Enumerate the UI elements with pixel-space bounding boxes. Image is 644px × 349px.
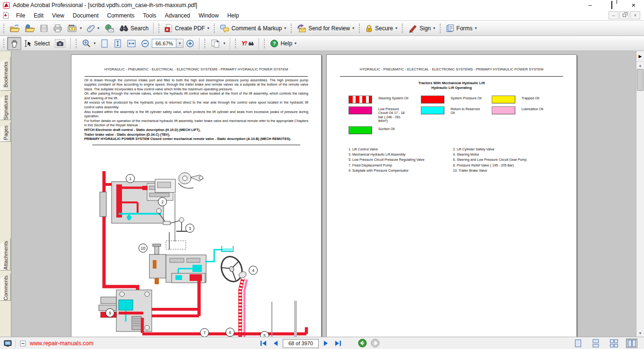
fit-page-button[interactable]: [111, 37, 124, 50]
toolbar-grip[interactable]: [359, 24, 360, 33]
tab-signatures-label: Signatures: [3, 93, 9, 120]
menu-item[interactable]: Window: [194, 11, 223, 20]
toolbar-grip[interactable]: [3, 24, 5, 33]
attach-file-button[interactable]: ▾: [84, 22, 102, 35]
send-for-review-button[interactable]: Send for Review ▾: [295, 22, 357, 35]
first-page-icon: [260, 340, 267, 347]
doc-minimize-button[interactable]: –: [609, 11, 618, 19]
single-page-layout-button[interactable]: [572, 339, 583, 348]
pdf-page-left[interactable]: HYDRAULIC - PNEUMATIC - ELECTRICAL - ELE…: [71, 54, 322, 337]
zoom-level-input[interactable]: 66.67%: [152, 39, 176, 48]
select-tool-button[interactable]: Select: [21, 37, 52, 50]
acrobat-app-icon: [3, 2, 10, 9]
secure-button[interactable]: Secure ▾: [363, 22, 400, 35]
toolbar-grip[interactable]: [291, 24, 292, 33]
open-button[interactable]: [7, 22, 22, 35]
comment-markup-dropdown-arrow[interactable]: ▾: [284, 26, 286, 30]
menu-item[interactable]: Document: [69, 11, 103, 20]
toolbar-grip[interactable]: [3, 39, 5, 48]
secure-label: Secure: [375, 25, 393, 32]
create-pdf-dropdown-arrow[interactable]: ▾: [207, 26, 209, 30]
select-label: Select: [34, 40, 50, 47]
toolbar-grip[interactable]: [264, 39, 265, 48]
parts-list-column-2: 2. Lift Cylinder Safety Valve4. Steering…: [453, 147, 562, 174]
toolbar-grip[interactable]: [76, 39, 77, 48]
toolbar-grip[interactable]: [235, 39, 236, 48]
attach-dropdown-arrow[interactable]: ▾: [97, 26, 99, 30]
doc-restore-button[interactable]: [619, 11, 629, 19]
hand-tool-button[interactable]: [7, 37, 21, 50]
page-number-field[interactable]: 68 of 3970: [283, 339, 319, 348]
open-web-page-button[interactable]: [22, 22, 37, 35]
expand-pane-arrow-button[interactable]: ▶: [636, 51, 644, 61]
menu-item[interactable]: Help: [223, 11, 244, 20]
continuous-layout-button[interactable]: [590, 339, 601, 348]
pdf-document-icon: [3, 12, 9, 19]
yahoo-search-button[interactable]: Y!: [239, 38, 256, 49]
tab-comments[interactable]: Comments: [0, 273, 11, 301]
status-left: www.repair-manuals.com: [4, 337, 94, 349]
next-view-button[interactable]: [371, 339, 380, 348]
previous-view-button[interactable]: [358, 339, 367, 348]
forms-button[interactable]: Forms ▾: [444, 22, 479, 35]
snapshot-tool-button[interactable]: [52, 37, 68, 50]
restore-button[interactable]: [608, 1, 616, 9]
print-button[interactable]: [51, 22, 65, 35]
organizer-button[interactable]: ▾: [65, 22, 84, 35]
legend-color-swatch: [421, 106, 444, 114]
last-page-button[interactable]: [333, 339, 343, 348]
previous-page-button[interactable]: [270, 339, 281, 348]
scrollbar-thumb[interactable]: [637, 69, 644, 91]
pdf-page-right[interactable]: HYDRAULIC - PNEUMATIC - ELECTRICAL - ELE…: [326, 54, 577, 337]
organizer-dropdown-arrow[interactable]: ▾: [80, 26, 82, 30]
secure-dropdown-arrow[interactable]: ▾: [395, 26, 397, 30]
zoom-tool-dropdown-arrow[interactable]: ▾: [94, 41, 96, 45]
fit-width-button[interactable]: [124, 37, 139, 50]
facing-layout-button[interactable]: [608, 339, 619, 348]
tab-attachments[interactable]: Attachments: [0, 238, 11, 270]
scroll-down-button[interactable]: ▼: [636, 329, 644, 337]
menu-item[interactable]: Comments: [103, 11, 139, 20]
sign-dropdown-arrow[interactable]: ▾: [433, 26, 435, 30]
close-button[interactable]: ×: [630, 1, 637, 9]
scrollbar-track[interactable]: [636, 91, 644, 329]
two-up-layout-button[interactable]: [626, 339, 637, 348]
sign-button[interactable]: Sign ▾: [406, 22, 437, 35]
next-page-button[interactable]: [321, 339, 331, 348]
tab-bookmarks[interactable]: Bookmarks: [0, 57, 11, 91]
scroll-up-button[interactable]: ▲: [636, 61, 644, 69]
menu-item[interactable]: Advanced: [161, 11, 194, 20]
menu-item[interactable]: View: [48, 11, 69, 20]
page-display-button[interactable]: ▾: [208, 37, 227, 50]
help-dropdown-arrow[interactable]: ▾: [295, 41, 296, 45]
first-page-button[interactable]: [258, 339, 269, 348]
toolbar-separator: [153, 23, 154, 34]
menu-item[interactable]: File: [12, 11, 29, 20]
email-button[interactable]: [102, 22, 117, 35]
create-pdf-button[interactable]: Create PDF ▾: [162, 22, 211, 35]
search-button[interactable]: Search: [117, 22, 151, 34]
zoom-in-button[interactable]: [183, 37, 197, 50]
toolbar-grip[interactable]: [440, 24, 441, 33]
menu-item[interactable]: Edit: [29, 11, 48, 20]
minimize-button[interactable]: –: [586, 1, 594, 9]
toolbar-grip[interactable]: [402, 24, 403, 33]
tab-pages-label: Pages: [3, 123, 9, 140]
comment-markup-button[interactable]: Comment & Markup ▾: [218, 22, 288, 35]
menu-item[interactable]: Tools: [139, 11, 161, 20]
send-review-dropdown-arrow[interactable]: ▾: [352, 26, 354, 30]
actual-size-button[interactable]: [98, 37, 111, 50]
tab-pages[interactable]: Pages: [0, 122, 11, 142]
forms-dropdown-arrow[interactable]: ▾: [475, 26, 477, 30]
toolbar-grip[interactable]: [214, 24, 215, 33]
doc-close-button[interactable]: ×: [630, 11, 640, 19]
toolbar-grip[interactable]: [204, 39, 206, 48]
zoom-out-button[interactable]: [139, 37, 152, 50]
help-button[interactable]: ? Help ▾: [268, 37, 299, 50]
tab-signatures[interactable]: Signatures: [0, 93, 11, 120]
toolbar-grip[interactable]: [158, 24, 160, 33]
zoom-level-dropdown-arrow[interactable]: ▾: [176, 39, 183, 48]
zoom-tool-button[interactable]: ▾: [79, 37, 98, 50]
page-display-dropdown-arrow[interactable]: ▾: [223, 41, 225, 45]
save-button[interactable]: [37, 22, 51, 35]
